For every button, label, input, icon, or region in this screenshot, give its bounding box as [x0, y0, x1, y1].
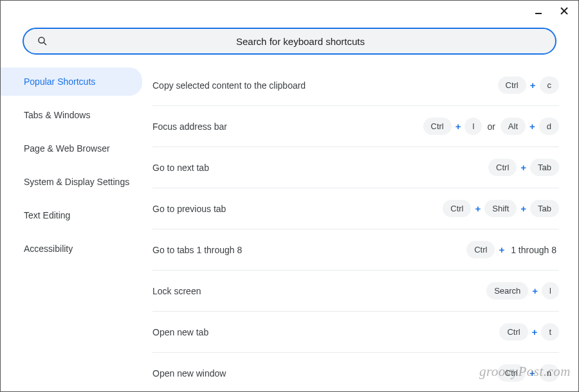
- shortcut-row: Go to previous tabCtrl+Shift+Tab: [152, 188, 559, 229]
- close-button[interactable]: [555, 2, 573, 20]
- plus-separator: +: [528, 121, 537, 132]
- plus-separator: +: [519, 203, 528, 214]
- shortcut-row: Go to tabs 1 through 8Ctrl+1 through 8: [152, 229, 559, 271]
- key-badge: Alt: [501, 118, 526, 135]
- shortcut-row: Lock screenSearch+l: [152, 271, 559, 312]
- shortcut-row: Copy selected content to the clipboardCt…: [152, 65, 559, 106]
- key-badge: l: [542, 282, 559, 299]
- plus-separator: +: [531, 285, 539, 296]
- search-icon: [37, 35, 48, 47]
- key-badge: Search: [486, 282, 528, 299]
- key-badge: Shift: [484, 200, 517, 217]
- shortcut-list: Copy selected content to the clipboardCt…: [147, 62, 578, 391]
- shortcut-combo: Ctrl+c: [498, 76, 559, 94]
- sidebar-item[interactable]: Accessibility: [1, 235, 142, 263]
- key-badge: t: [541, 323, 559, 341]
- plus-separator: +: [528, 368, 537, 379]
- sidebar-item[interactable]: Tabs & Windows: [1, 101, 142, 129]
- plus-separator: +: [529, 80, 537, 91]
- shortcut-label: Focus address bar: [152, 121, 227, 132]
- key-badge: Ctrl: [488, 159, 517, 176]
- sidebar-item[interactable]: Page & Web Browser: [1, 134, 142, 163]
- svg-point-3: [39, 37, 44, 43]
- shortcut-combo: Search+l: [486, 282, 559, 299]
- shortcut-combo: Ctrl+Shift+Tab: [443, 200, 559, 217]
- sidebar-item[interactable]: System & Display Settings: [1, 168, 142, 196]
- shortcut-label: Go to next tab: [152, 163, 209, 173]
- plus-separator: +: [454, 121, 463, 132]
- key-badge: Ctrl: [499, 323, 528, 341]
- combo-text: or: [484, 121, 497, 132]
- svg-line-4: [44, 42, 46, 45]
- shortcut-label: Lock screen: [152, 286, 201, 296]
- shortcut-label: Go to previous tab: [152, 204, 226, 214]
- search-box[interactable]: Search for keyboard shortcuts: [23, 28, 556, 55]
- shortcut-combo: Ctrl+Tab: [488, 159, 559, 176]
- minimize-button[interactable]: [529, 2, 547, 20]
- shortcut-row: Open new windowCtrl+n: [152, 353, 559, 391]
- plus-separator: +: [519, 162, 528, 173]
- plus-separator: +: [473, 203, 482, 214]
- search-placeholder: Search for keyboard shortcuts: [59, 36, 542, 47]
- key-badge: Tab: [530, 200, 559, 217]
- shortcut-row: Focus address barCtrl+lorAlt+d: [152, 106, 559, 147]
- shortcut-combo: Ctrl+lorAlt+d: [423, 118, 560, 135]
- sidebar: Popular ShortcutsTabs & WindowsPage & We…: [1, 62, 147, 391]
- key-badge: d: [539, 118, 559, 135]
- key-badge: n: [539, 364, 559, 382]
- key-badge: Ctrl: [497, 364, 526, 382]
- plus-separator: +: [531, 326, 539, 337]
- shortcut-combo: Ctrl+n: [497, 364, 559, 382]
- plus-separator: +: [497, 244, 506, 255]
- key-badge: Ctrl: [423, 118, 452, 135]
- shortcut-row: Go to next tabCtrl+Tab: [152, 147, 559, 188]
- sidebar-item[interactable]: Text Editing: [1, 201, 142, 229]
- shortcut-combo: Ctrl+t: [499, 323, 559, 341]
- key-badge: Ctrl: [443, 200, 471, 217]
- shortcut-label: Copy selected content to the clipboard: [152, 80, 306, 91]
- shortcut-label: Open new window: [152, 368, 226, 379]
- key-badge: l: [464, 118, 482, 135]
- key-badge: Ctrl: [498, 76, 526, 94]
- key-badge: Ctrl: [466, 241, 495, 258]
- sidebar-item[interactable]: Popular Shortcuts: [1, 67, 142, 96]
- shortcut-label: Go to tabs 1 through 8: [152, 245, 242, 255]
- shortcut-combo: Ctrl+1 through 8: [466, 241, 559, 258]
- combo-text: 1 through 8: [508, 245, 559, 255]
- key-badge: c: [540, 76, 560, 94]
- key-badge: Tab: [530, 159, 559, 176]
- shortcut-label: Open new tab: [152, 327, 208, 337]
- shortcut-row: Open new tabCtrl+t: [152, 312, 559, 353]
